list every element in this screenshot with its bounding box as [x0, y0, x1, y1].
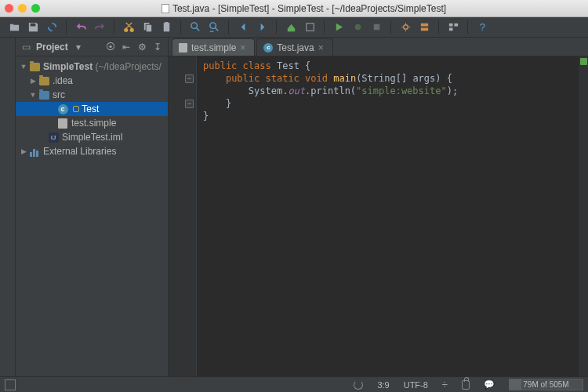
- tree-label: test.simple: [71, 118, 116, 129]
- settings1-icon[interactable]: [399, 21, 412, 34]
- file-icon: [179, 43, 187, 53]
- code-editor[interactable]: − − public class Test { public static vo…: [169, 56, 588, 376]
- libraries-icon: [30, 147, 40, 157]
- toolbar-separator: [114, 20, 114, 34]
- tab-testjava[interactable]: c Test.java ×: [256, 38, 332, 56]
- svg-point-3: [354, 24, 361, 31]
- analysis-ok-icon[interactable]: [580, 58, 587, 65]
- chevron-down-icon[interactable]: ▾: [73, 42, 84, 53]
- close-icon[interactable]: ×: [318, 44, 326, 52]
- collapse-icon[interactable]: ⇤: [121, 42, 132, 53]
- minimize-window-icon[interactable]: [18, 4, 27, 13]
- redo-icon[interactable]: [93, 21, 106, 34]
- tab-label: Test.java: [277, 42, 314, 53]
- left-gutter: [0, 38, 16, 376]
- svg-point-0: [191, 23, 197, 29]
- iml-icon: IJ: [49, 132, 59, 143]
- hide-icon[interactable]: ↧: [152, 42, 163, 53]
- toolbar-separator: [180, 20, 181, 34]
- main-toolbar: ?: [0, 17, 588, 38]
- tree-src[interactable]: ▼ src: [16, 88, 168, 102]
- src-folder-icon: [39, 91, 49, 100]
- gear-icon[interactable]: ⚙: [136, 42, 147, 53]
- tree-test-class[interactable]: c Test: [16, 102, 168, 116]
- svg-rect-8: [448, 27, 452, 31]
- tree-external-libs[interactable]: ▶ External Libraries: [16, 144, 168, 158]
- editor-gutter: − −: [169, 56, 197, 376]
- maximize-window-icon[interactable]: [31, 4, 40, 13]
- sidebar-header: ▭ Project ▾ ⦿ ⇤ ⚙ ↧: [16, 38, 168, 56]
- encoding-status[interactable]: UTF-8: [404, 380, 428, 390]
- statusbar-toggle-icon[interactable]: [5, 379, 16, 390]
- svg-rect-6: [448, 24, 452, 27]
- tree-idea[interactable]: ▶ .idea: [16, 74, 168, 88]
- project-sidebar: ▭ Project ▾ ⦿ ⇤ ⚙ ↧ ▼ SimpleTest (~/Idea…: [16, 38, 169, 376]
- expander-icon[interactable]: ▶: [28, 77, 38, 85]
- save-icon[interactable]: [27, 21, 39, 34]
- class-icon: c: [58, 104, 68, 114]
- toolbar-separator: [390, 20, 391, 34]
- main-area: ▭ Project ▾ ⦿ ⇤ ⚙ ↧ ▼ SimpleTest (~/Idea…: [0, 38, 588, 376]
- tree-root[interactable]: ▼ SimpleTest (~/IdeaProjects/: [16, 60, 168, 74]
- memory-indicator[interactable]: 79M of 505M: [509, 379, 583, 390]
- indent-status[interactable]: ÷: [442, 379, 448, 390]
- tree-root-hint: (~/IdeaProjects/: [95, 61, 161, 72]
- memory-label: 79M of 505M: [523, 380, 568, 389]
- toolbar-separator: [324, 20, 325, 34]
- settings2-icon[interactable]: [418, 21, 430, 34]
- sidebar-title: Project: [36, 42, 68, 53]
- svg-rect-4: [373, 24, 379, 31]
- sync-icon[interactable]: [45, 21, 58, 34]
- config-icon[interactable]: [303, 21, 316, 34]
- run-icon[interactable]: [332, 21, 345, 34]
- project-view-icon[interactable]: ▭: [20, 42, 31, 53]
- close-window-icon[interactable]: [5, 4, 13, 13]
- cut-icon[interactable]: [122, 21, 135, 34]
- svg-point-1: [209, 23, 216, 29]
- memory-bar: [510, 379, 521, 390]
- debug-icon[interactable]: [351, 21, 364, 34]
- fold-handle-icon[interactable]: −: [185, 74, 194, 83]
- notify-icon[interactable]: 💬: [484, 379, 495, 390]
- close-icon[interactable]: ×: [240, 44, 248, 52]
- toolbar-separator: [467, 20, 468, 34]
- open-icon[interactable]: [8, 21, 20, 34]
- code-content[interactable]: public class Test { public static void m…: [197, 56, 579, 376]
- svg-rect-2: [306, 24, 313, 31]
- stop-icon[interactable]: [370, 21, 383, 34]
- readonly-lock-icon[interactable]: [462, 380, 470, 390]
- expander-icon[interactable]: ▼: [19, 63, 28, 71]
- tree-label: .idea: [53, 75, 73, 86]
- help-icon[interactable]: ?: [476, 21, 488, 34]
- tree-iml[interactable]: IJ SimpleTest.iml: [16, 130, 168, 144]
- back-icon[interactable]: [237, 21, 249, 34]
- tab-testsimple[interactable]: test.simple ×: [172, 38, 255, 56]
- undo-icon[interactable]: [74, 21, 87, 34]
- editor-marker-bar: [579, 56, 588, 376]
- forward-icon[interactable]: [256, 21, 268, 34]
- target-icon[interactable]: ⦿: [105, 42, 116, 53]
- copy-icon[interactable]: [141, 21, 154, 34]
- svg-rect-7: [454, 24, 458, 27]
- build-icon[interactable]: [285, 21, 297, 34]
- project-tree: ▼ SimpleTest (~/IdeaProjects/ ▶ .idea ▼ …: [16, 56, 168, 376]
- module-folder-icon: [30, 63, 40, 71]
- window-title: Test.java - [SimpleTest] - SimpleTest - …: [40, 3, 568, 14]
- cursor-position[interactable]: 3:9: [377, 380, 389, 390]
- file-icon: [58, 118, 67, 129]
- replace-icon[interactable]: [208, 21, 220, 34]
- toolbar-separator: [438, 20, 439, 34]
- fold-handle-icon[interactable]: −: [185, 100, 194, 108]
- expander-icon[interactable]: ▼: [28, 91, 38, 99]
- structure-icon[interactable]: [447, 21, 459, 34]
- window-controls: [5, 4, 40, 13]
- find-icon[interactable]: [189, 21, 201, 34]
- folder-icon: [39, 77, 49, 85]
- paste-icon[interactable]: [160, 21, 172, 34]
- document-icon: [162, 4, 169, 13]
- titlebar: Test.java - [SimpleTest] - SimpleTest - …: [0, 0, 588, 17]
- class-icon: c: [263, 43, 273, 53]
- tree-testsimple[interactable]: test.simple: [16, 116, 168, 130]
- editor-tabs: test.simple × c Test.java ×: [169, 38, 588, 56]
- expander-icon[interactable]: ▶: [19, 147, 28, 155]
